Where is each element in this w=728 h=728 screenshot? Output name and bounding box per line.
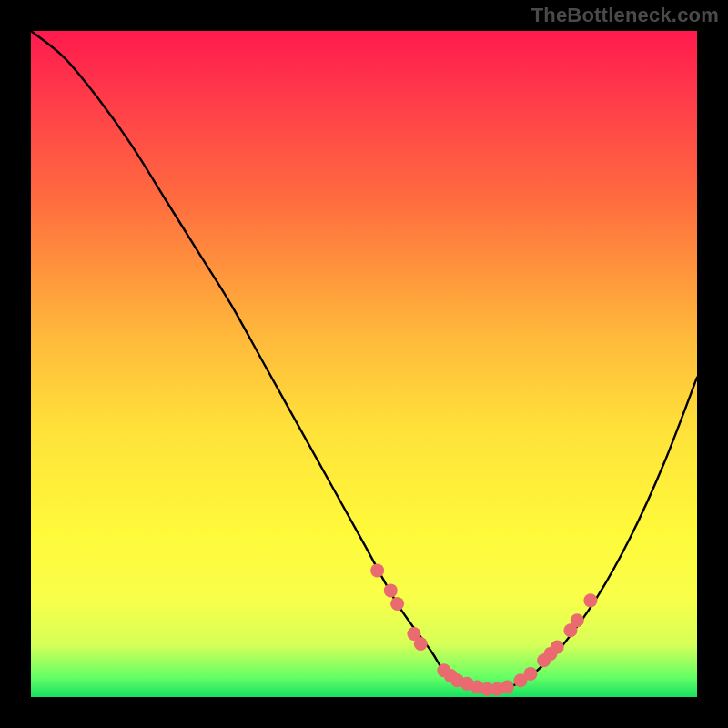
data-marker xyxy=(583,593,597,607)
data-marker xyxy=(500,681,514,694)
data-marker xyxy=(414,637,428,651)
plot-area xyxy=(31,31,697,697)
data-marker xyxy=(384,583,398,597)
data-marker xyxy=(370,563,384,577)
chart-frame: TheBottleneck.com xyxy=(0,0,728,728)
data-marker xyxy=(524,667,538,681)
data-marker xyxy=(390,597,404,611)
data-markers xyxy=(370,563,597,695)
data-marker xyxy=(571,613,584,627)
chart-svg xyxy=(31,31,697,697)
watermark-text: TheBottleneck.com xyxy=(531,4,719,27)
data-marker xyxy=(551,641,564,654)
bottleneck-curve xyxy=(31,31,697,692)
